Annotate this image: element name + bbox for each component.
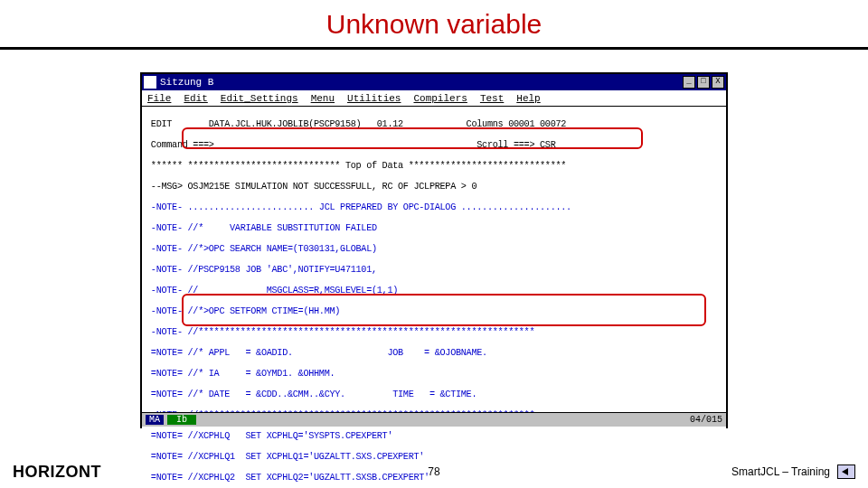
line-01: EDIT DATA.JCL.HUK.JOBLIB(PSCP9158) 01.12… [146, 119, 722, 130]
line-06: -NOTE- //* VARIABLE SUBSTITUTION FAILED [146, 223, 722, 234]
menubar: File Edit Edit_Settings Menu Utilities C… [142, 90, 726, 107]
menu-file[interactable]: File [147, 93, 171, 104]
terminal-content: EDIT DATA.JCL.HUK.JOBLIB(PSCP9158) 01.12… [142, 107, 726, 488]
page-number: 78 [428, 465, 439, 478]
line-07: -NOTE- //*>OPC SEARCH NAME=(T030131,GLOB… [146, 244, 722, 255]
line-02: Command ===> Scroll ===> CSR [146, 140, 722, 151]
terminal-window: Sitzung B _ □ X File Edit Edit_Settings … [140, 72, 728, 428]
slide-title: Unknown variable [0, 9, 868, 40]
line-04: --MSG> OSJM215E SIMULATION NOT SUCCESSFU… [146, 182, 722, 192]
status-ib: Ib [167, 415, 196, 425]
window-title: Sitzung B [160, 77, 683, 88]
course-title: SmartJCL – Training [731, 465, 830, 478]
menu-test[interactable]: Test [480, 93, 504, 104]
window-titlebar: Sitzung B _ □ X [142, 74, 726, 90]
line-10: -NOTE- //*>OPC SETFORM CTIME=(HH.MM) [146, 306, 722, 317]
window-icon [144, 76, 156, 89]
back-icon[interactable] [837, 465, 855, 479]
status-position: 04/015 [690, 415, 722, 425]
line-14: =NOTE= //* DATE = &CDD..&CMM..&CYY. TIME… [146, 389, 722, 400]
menu-help[interactable]: Help [516, 93, 540, 104]
menu-menu[interactable]: Menu [311, 93, 335, 104]
line-03: ****** ***************************** Top… [146, 161, 722, 172]
brand-logo: HORIZONT [13, 463, 101, 482]
maximize-button[interactable]: □ [697, 76, 710, 89]
minimize-button[interactable]: _ [683, 76, 695, 89]
close-button[interactable]: X [712, 76, 724, 89]
slide-footer: HORIZONT 78 SmartJCL – Training [0, 455, 868, 488]
line-08: -NOTE- //PSCP9158 JOB 'ABC',NOTIFY=U4711… [146, 265, 722, 276]
menu-utilities[interactable]: Utilities [347, 93, 401, 104]
menu-edit-settings[interactable]: Edit_Settings [221, 93, 298, 104]
line-16: =NOTE= //XCPHLQ SET XCPHLQ='SYSPTS.CPEXP… [146, 431, 722, 442]
line-13: =NOTE= //* IA = &OYMD1. &OHHMM. [146, 369, 722, 380]
line-12: =NOTE= //* APPL = &OADID. JOB = &OJOBNAM… [146, 348, 722, 359]
status-ma: MA [146, 415, 164, 425]
menu-edit[interactable]: Edit [184, 93, 207, 104]
window-statusbar: MA Ib 04/015 [142, 412, 726, 427]
line-09: -NOTE- // MSGCLASS=R,MSGLEVEL=(1,1) [146, 286, 722, 296]
title-rule [0, 47, 868, 50]
menu-compilers[interactable]: Compilers [413, 93, 467, 104]
line-11: -NOTE- //*******************************… [146, 327, 722, 338]
line-05: -NOTE- ........................ JCL PREP… [146, 202, 722, 213]
